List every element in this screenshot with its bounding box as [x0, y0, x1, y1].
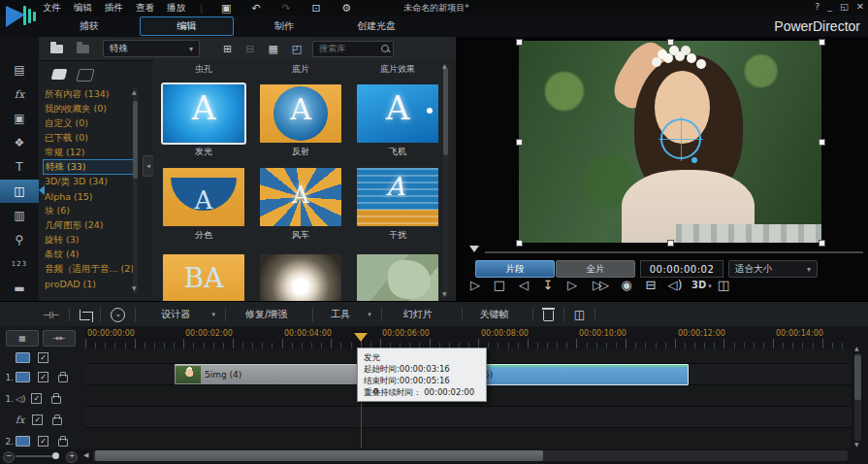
track-enable-checkbox[interactable]: [38, 436, 48, 447]
zoom-slider-track[interactable]: [16, 455, 54, 457]
category-audio[interactable]: 音频（适用于音... (2): [45, 262, 134, 276]
category-list-scrollbar[interactable]: [133, 87, 138, 293]
track-enable-checkbox[interactable]: [32, 414, 43, 425]
track-lock-icon[interactable]: [51, 396, 61, 404]
play-button[interactable]: ▷: [467, 278, 483, 292]
menu-play[interactable]: 播放: [167, 2, 185, 15]
playhead-marker[interactable]: [354, 333, 368, 342]
category-special[interactable]: 特殊 (33): [43, 159, 138, 175]
undo-icon[interactable]: ↶: [247, 2, 265, 15]
3d-mode-button[interactable]: 3D: [691, 280, 707, 290]
zoom-out-button[interactable]: −: [3, 451, 15, 463]
category-geometry[interactable]: 几何图形 (24): [45, 218, 134, 232]
transition-direction-gizmo[interactable]: [660, 118, 701, 159]
category-rotate[interactable]: 旋转 (3): [45, 233, 134, 247]
grid-view-icon[interactable]: ▦: [268, 43, 277, 55]
category-custom[interactable]: 自定义 (0): [45, 116, 134, 130]
category-general[interactable]: 常规 (12): [45, 146, 134, 159]
previous-frame-button[interactable]: ◁: [516, 278, 531, 292]
fast-forward-button[interactable]: ▷▷: [589, 278, 610, 292]
selection-handle-sw[interactable]: [516, 240, 523, 247]
scroll-up-icon[interactable]: ▲: [132, 89, 137, 95]
pip-objects-room-icon[interactable]: ▣: [0, 107, 39, 130]
grid-scroll-down-icon[interactable]: ▼: [442, 291, 447, 297]
menu-file[interactable]: 文件: [43, 2, 61, 15]
remove-folder-icon[interactable]: ⊟: [245, 43, 254, 55]
tools-button[interactable]: 工具▾: [331, 308, 371, 321]
effect-thumb-pinwheel[interactable]: A: [260, 168, 341, 226]
category-block[interactable]: 块 (6): [45, 204, 134, 217]
minimize-button[interactable]: _: [827, 1, 832, 12]
tab-create-disc[interactable]: 创建光盘: [331, 16, 424, 37]
room-panel-button[interactable]: ◫: [574, 308, 585, 321]
effect-thumb-partial-2[interactable]: [260, 254, 341, 301]
thumbnail-size-icon[interactable]: ◰: [292, 43, 302, 55]
tab-capture[interactable]: 捕获: [43, 16, 136, 37]
category-filter-dropdown[interactable]: 特殊: [103, 40, 200, 57]
timeline-vertical-scrollbar[interactable]: [854, 353, 861, 441]
clip-mode-button[interactable]: 片段: [475, 260, 555, 278]
track-lock-icon[interactable]: [58, 439, 68, 447]
selection-handle-nw[interactable]: [516, 39, 523, 46]
preview-video-frame[interactable]: [519, 41, 821, 243]
tab-edit[interactable]: 编辑: [140, 17, 235, 36]
audio-mixing-room-icon[interactable]: ▥: [0, 204, 39, 227]
search-icon[interactable]: [381, 45, 389, 52]
fix-enhance-button[interactable]: 修复/增强: [245, 308, 287, 321]
timeline-scroll-down-icon[interactable]: ▼: [854, 442, 859, 447]
timecode-display[interactable]: 00:00:00:02: [640, 260, 723, 278]
transition-room-icon[interactable]: ◫: [0, 180, 39, 203]
chapter-room-icon[interactable]: 123: [0, 252, 39, 276]
restore-button[interactable]: ◱: [840, 1, 849, 12]
grid-scrollbar[interactable]: [443, 64, 448, 297]
category-all[interactable]: 所有内容 (134): [45, 87, 134, 101]
selection-handle-e[interactable]: [819, 139, 825, 146]
effect-thumb-split[interactable]: A: [163, 168, 244, 226]
timeline-horizontal-scrollbar[interactable]: [93, 450, 848, 461]
effect-thumb-partial-3[interactable]: [357, 254, 438, 301]
fit-timeline-button[interactable]: ⇥⇤: [43, 330, 76, 347]
add-folder-icon[interactable]: ⊞: [223, 43, 232, 55]
slideshow-button[interactable]: 幻灯片: [403, 308, 433, 321]
keyframe-button[interactable]: 关键帧: [480, 308, 509, 321]
zoom-fit-dropdown[interactable]: 适合大小: [728, 260, 818, 278]
close-button[interactable]: ✕: [856, 1, 864, 12]
title-room-icon[interactable]: T: [0, 155, 39, 179]
category-favorites[interactable]: 我的收藏夹 (0): [45, 102, 134, 116]
preview-seekbar[interactable]: [485, 251, 863, 253]
media-room-icon[interactable]: ▤: [0, 58, 39, 82]
track-enable-checkbox[interactable]: [31, 393, 42, 404]
volume-button[interactable]: ◁): [667, 278, 683, 292]
track-lock-icon[interactable]: [52, 417, 62, 425]
designer-button[interactable]: 设计器▾: [161, 308, 215, 321]
selection-handle-s[interactable]: [667, 240, 674, 247]
untag-icon[interactable]: [76, 69, 94, 82]
favorite-tag-icon[interactable]: [51, 69, 68, 80]
split-button[interactable]: ⊣⊢: [43, 310, 59, 320]
zoom-slider-thumb[interactable]: [52, 452, 59, 459]
category-3d[interactable]: 3D/类 3D (34): [45, 175, 134, 188]
hscroll-left-arrow-icon[interactable]: ◀: [83, 451, 88, 459]
track-enable-checkbox[interactable]: [38, 352, 48, 363]
import-media-icon[interactable]: [50, 45, 63, 53]
menu-edit[interactable]: 编辑: [74, 2, 92, 15]
scroll-down-icon[interactable]: ▼: [132, 285, 137, 291]
particle-room-icon[interactable]: ❖: [0, 131, 39, 154]
category-alpha[interactable]: Alpha (15): [45, 189, 134, 203]
subtitle-room-icon[interactable]: ▬: [0, 277, 39, 300]
more-actions-button[interactable]: [111, 308, 125, 322]
effect-thumb-glow[interactable]: A: [163, 84, 244, 143]
undock-preview-button[interactable]: ◫: [716, 278, 731, 292]
zoom-in-button[interactable]: +: [66, 451, 78, 463]
effect-thumb-reflect[interactable]: A: [260, 84, 341, 143]
preview-playhead[interactable]: [469, 246, 479, 252]
gizmo-handle-dot[interactable]: [691, 157, 697, 163]
effect-thumb-plane[interactable]: A: [357, 84, 438, 143]
display-mode-icon[interactable]: ▣: [217, 2, 235, 15]
category-downloaded[interactable]: 已下载 (0): [45, 131, 134, 145]
redo-icon[interactable]: ↷: [277, 2, 295, 15]
download-icon[interactable]: [77, 45, 89, 53]
stop-button[interactable]: □: [492, 278, 507, 292]
crop-button[interactable]: [80, 310, 90, 320]
menu-plugins[interactable]: 插件: [105, 2, 123, 15]
